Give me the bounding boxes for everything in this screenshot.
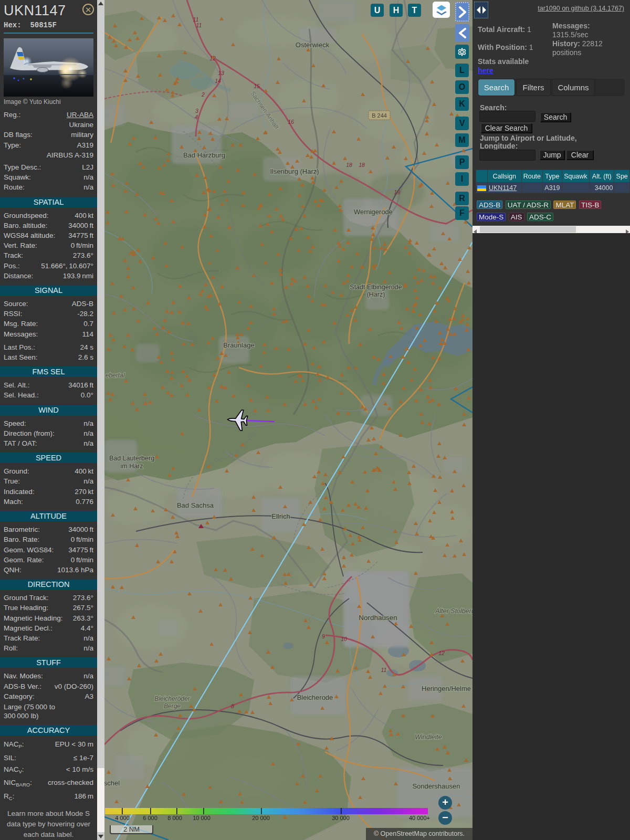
svg-text:(Harz): (Harz) (367, 291, 385, 298)
svg-text:11: 11 (381, 667, 387, 673)
svg-text:13: 13 (218, 70, 224, 76)
svg-text:10: 10 (341, 636, 347, 642)
svg-text:8: 8 (231, 703, 234, 709)
svg-text:Bad Lauterberg: Bad Lauterberg (109, 455, 154, 462)
svg-text:Wernigerode: Wernigerode (354, 208, 393, 216)
svg-text:30 000: 30 000 (332, 815, 350, 821)
svg-text:Ilsenburg (Harz): Ilsenburg (Harz) (270, 167, 319, 175)
svg-text:Stadt Elbingerode: Stadt Elbingerode (350, 284, 402, 291)
svg-text:9: 9 (322, 633, 325, 639)
svg-text:12: 12 (438, 650, 445, 656)
svg-text:4 000: 4 000 (115, 815, 130, 821)
svg-text:3: 3 (195, 108, 198, 114)
svg-text:40 000+: 40 000+ (409, 815, 430, 821)
svg-text:18: 18 (359, 162, 365, 168)
svg-text:6 000: 6 000 (143, 815, 158, 821)
svg-text:Bleicheröder: Bleicheröder (154, 695, 190, 702)
svg-text:19: 19 (394, 189, 400, 195)
svg-text:15: 15 (254, 83, 260, 89)
svg-text:im Harz: im Harz (120, 463, 143, 470)
svg-text:ebertal: ebertal (106, 372, 125, 379)
svg-text:Ellrich: Ellrich (271, 512, 290, 520)
svg-text:Bad Harzburg: Bad Harzburg (183, 151, 225, 159)
svg-text:Sondershausen: Sondershausen (412, 782, 460, 790)
svg-text:Alter Stolberg: Alter Stolberg (435, 607, 472, 615)
svg-text:Bleicherode: Bleicherode (297, 694, 333, 701)
svg-text:Windleite: Windleite (415, 733, 442, 741)
svg-text:Bad Sachsa: Bad Sachsa (177, 501, 214, 509)
svg-text:10 000: 10 000 (193, 815, 211, 821)
svg-text:16: 16 (288, 119, 294, 125)
svg-text:Berge: Berge (164, 702, 181, 710)
svg-text:Osterwieck: Osterwieck (296, 41, 330, 49)
svg-text:12: 12 (209, 55, 216, 61)
svg-text:14: 14 (215, 78, 221, 84)
svg-text:2: 2 (201, 91, 205, 98)
svg-text:Heringen/Helme: Heringen/Helme (422, 685, 471, 692)
svg-text:Nordhausen: Nordhausen (359, 614, 397, 622)
svg-text:4: 4 (195, 114, 198, 120)
svg-text:Braunlage: Braunlage (223, 341, 254, 349)
svg-text:18: 18 (346, 162, 352, 168)
svg-text:20 000: 20 000 (252, 815, 270, 821)
svg-text:schel: schel (104, 779, 120, 787)
svg-text:B 244: B 244 (372, 112, 387, 119)
svg-text:8 000: 8 000 (167, 815, 182, 821)
